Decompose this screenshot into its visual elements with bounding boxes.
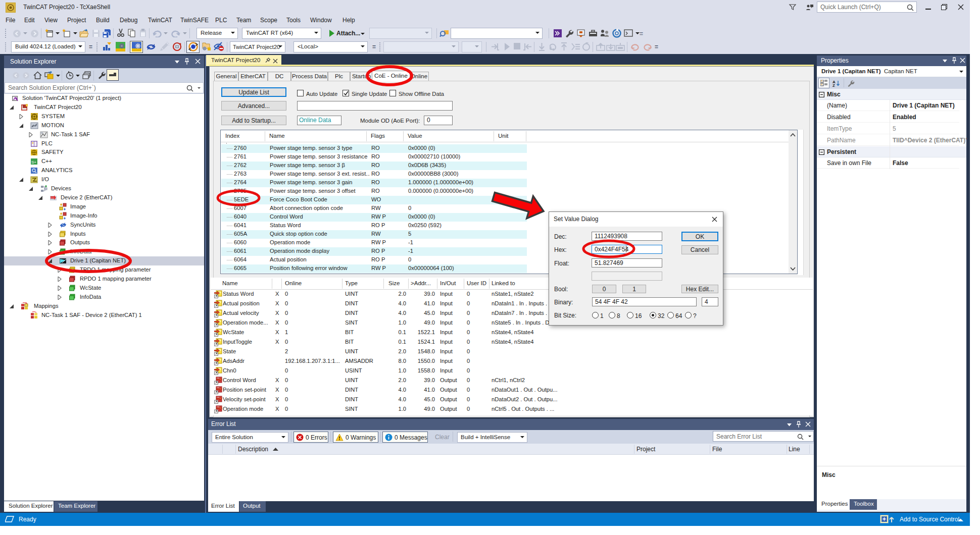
svg-text:S+: S+ <box>31 160 36 165</box>
svg-text:Z: Z <box>832 83 835 87</box>
